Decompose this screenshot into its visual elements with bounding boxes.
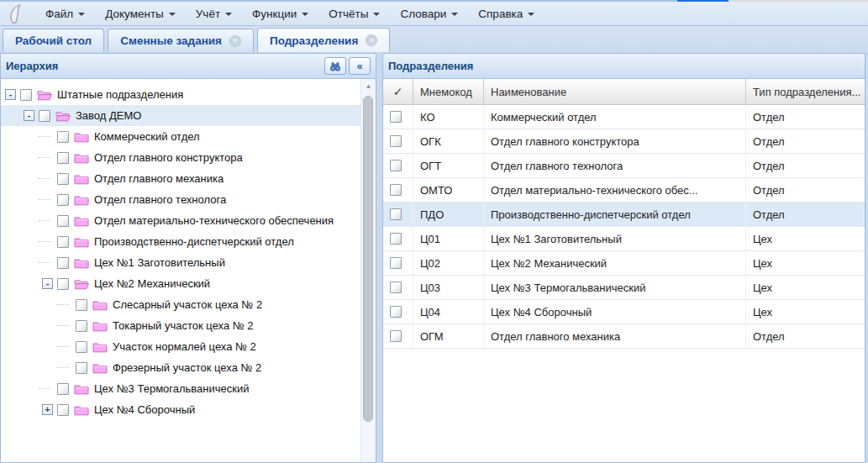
tree-node[interactable]: -Штатные подразделения [1,84,376,105]
folder-closed-icon [74,131,89,143]
tree-checkbox[interactable] [57,131,69,143]
expand-node-icon[interactable]: + [42,404,53,415]
tree-checkbox[interactable] [57,194,69,206]
tree-checkbox[interactable] [76,320,87,332]
table-row[interactable]: КОКоммерческий отделОтдел [383,105,865,129]
tree-node-label[interactable]: Завод ДЕМО [76,109,141,122]
tree-node-label[interactable]: Отдел главного механика [94,172,224,185]
tree-checkbox[interactable] [57,278,69,290]
table-row[interactable]: Ц02Цех №2 МеханическийЦех [383,251,865,276]
table-row[interactable]: ОМТООтдел материально-технического обес.… [383,178,865,203]
tree-node-label[interactable]: Отдел материально-технического обеспечен… [94,214,334,227]
tab-close-icon[interactable]: × [229,35,241,47]
cell-type: Цех [746,251,865,275]
search-button[interactable] [324,57,346,75]
folder-open-icon [74,278,89,290]
tree-node-label[interactable]: Цех №3 Термогальванический [94,382,250,395]
tree-node[interactable]: Производственно-диспетчерский отдел [1,231,376,252]
tree-node[interactable]: Отдел главного технолога [1,189,376,210]
tree-node-label[interactable]: Цех №1 Заготовительный [94,256,225,269]
tree-node-label[interactable]: Штатные подразделения [57,88,183,101]
row-checkbox[interactable] [390,281,402,293]
collapse-node-icon[interactable]: - [24,110,34,121]
menu-item-3[interactable]: Учёт [186,2,242,25]
tree-node-label[interactable]: Цех №2 Механический [94,277,210,290]
table-row[interactable]: ПДОПроизводственно-диспетчерский отделОт… [383,203,865,227]
table-row[interactable]: Ц03Цех №3 ТермогальваническийЦех [383,276,865,300]
menu-item-2[interactable]: Документы [95,2,186,25]
tree-node[interactable]: Отдел материально-технического обеспечен… [1,210,376,231]
tree-node-label[interactable]: Производственно-диспетчерский отдел [94,235,294,248]
collapse-node-icon[interactable]: - [42,278,53,289]
table-row[interactable]: ОГКОтдел главного конструктораОтдел [383,129,865,154]
table-row[interactable]: ОГМОтдел главного механикаОтдел [383,324,865,349]
tree-node[interactable]: Участок нормалей цеха № 2 [1,336,376,357]
row-checkbox[interactable] [390,306,402,318]
scroll-up-icon[interactable]: ▲ [361,79,376,92]
tree-node-label[interactable]: Коммерческий отдел [94,130,200,143]
tree-scrollbar[interactable]: ▲ [360,79,376,462]
tree-node[interactable]: Отдел главного механика [1,168,376,189]
collapse-node-icon[interactable]: - [5,89,16,100]
tree-node[interactable]: -Завод ДЕМО [1,105,376,126]
tree-node[interactable]: Коммерческий отдел [1,126,376,147]
tree-checkbox[interactable] [76,341,87,353]
menu-item-label: Отчёты [329,8,368,20]
tree-node-label[interactable]: Слесарный участок цеха № 2 [113,298,262,311]
collapse-panel-button[interactable]: « [349,57,371,75]
tree-checkbox[interactable] [20,89,32,101]
tree-connector [60,362,71,373]
menu-item-1[interactable]: Файл [35,2,95,25]
row-checkbox[interactable] [390,135,402,147]
tree-checkbox[interactable] [57,215,69,227]
tree-node[interactable]: Фрезерный участок цеха № 2 [1,357,376,378]
tree-checkbox[interactable] [39,110,50,122]
row-checkbox[interactable] [390,330,402,342]
row-checkbox[interactable] [390,184,402,196]
row-checkbox[interactable] [390,208,402,220]
tree-checkbox[interactable] [57,257,69,269]
column-header-2[interactable]: Наименование [484,79,746,104]
tab-close-icon[interactable]: × [366,34,377,46]
tree-node[interactable]: Цех №1 Заготовительный [1,252,376,273]
menu-item-5[interactable]: Отчёты [318,2,390,25]
row-checkbox[interactable] [390,111,402,123]
table-row[interactable]: ОГТОтдел главного технологаОтдел [383,154,865,178]
table-row[interactable]: Ц01Цех №1 ЗаготовительныйЦех [383,227,865,251]
tree-node[interactable]: Отдел главного конструктора [1,147,376,168]
scrollbar-thumb[interactable] [363,96,373,422]
column-header-3[interactable]: Тип подразделения... [746,79,865,104]
tree-connector [42,257,53,268]
tree-checkbox[interactable] [57,173,69,185]
folder-closed-icon [74,257,89,269]
tree-node[interactable]: Цех №3 Термогальванический [1,378,376,399]
tree-node-label[interactable]: Цех №4 Сборочный [94,403,195,416]
tree-checkbox[interactable] [57,236,69,248]
tree-checkbox[interactable] [57,152,69,164]
tree-checkbox[interactable] [76,362,87,374]
column-header-1[interactable]: Мнемокод [413,79,484,104]
tree-node-label[interactable]: Участок нормалей цеха № 2 [113,340,256,353]
table-row[interactable]: Ц04Цех №4 СборочныйЦех [383,300,865,324]
tree-node[interactable]: Слесарный участок цеха № 2 [1,294,376,315]
tree-node-label[interactable]: Токарный участок цеха № 2 [113,319,254,332]
tree-node[interactable]: Токарный участок цеха № 2 [1,315,376,336]
tree-node[interactable]: +Цех №4 Сборочный [1,399,376,420]
tree-node-label[interactable]: Отдел главного технолога [94,193,226,206]
tab-2[interactable]: Сменные задания× [108,29,254,52]
tree-checkbox[interactable] [76,299,87,311]
tree-checkbox[interactable] [57,383,69,395]
tree-checkbox[interactable] [57,404,69,416]
column-header-check[interactable]: ✓ [383,79,413,104]
tree-node-label[interactable]: Отдел главного конструктора [94,151,243,164]
row-checkbox[interactable] [390,257,402,269]
tab-1[interactable]: Рабочий стол [3,29,104,52]
row-checkbox[interactable] [390,160,402,171]
menu-item-6[interactable]: Словари [390,2,468,25]
menu-item-7[interactable]: Справка [468,2,544,25]
menu-item-4[interactable]: Функции [242,2,318,25]
tree-node[interactable]: -Цех №2 Механический [1,273,376,294]
tab-3[interactable]: Подразделения× [257,28,390,52]
tree-node-label[interactable]: Фрезерный участок цеха № 2 [113,361,261,374]
row-checkbox[interactable] [390,233,402,245]
